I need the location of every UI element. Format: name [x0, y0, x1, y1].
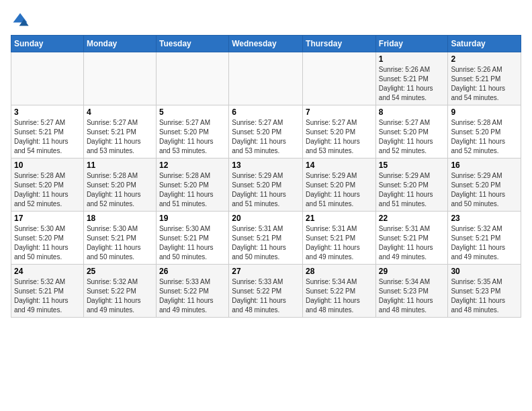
- day-info: Sunrise: 5:28 AM Sunset: 5:20 PM Dayligh…: [14, 171, 81, 209]
- day-cell: 19Sunrise: 5:30 AM Sunset: 5:21 PM Dayli…: [156, 212, 228, 265]
- col-thursday: Thursday: [303, 36, 376, 52]
- day-info: Sunrise: 5:27 AM Sunset: 5:20 PM Dayligh…: [306, 118, 373, 156]
- day-info: Sunrise: 5:27 AM Sunset: 5:20 PM Dayligh…: [159, 118, 226, 156]
- week-row-2: 3Sunrise: 5:27 AM Sunset: 5:21 PM Daylig…: [11, 105, 521, 158]
- day-info: Sunrise: 5:29 AM Sunset: 5:20 PM Dayligh…: [232, 171, 300, 209]
- calendar-header: Sunday Monday Tuesday Wednesday Thursday…: [11, 36, 521, 52]
- day-info: Sunrise: 5:35 AM Sunset: 5:23 PM Dayligh…: [451, 277, 518, 315]
- day-cell: 11Sunrise: 5:28 AM Sunset: 5:20 PM Dayli…: [83, 158, 156, 212]
- day-info: Sunrise: 5:31 AM Sunset: 5:21 PM Dayligh…: [379, 224, 445, 262]
- day-info: Sunrise: 5:34 AM Sunset: 5:22 PM Dayligh…: [306, 277, 373, 315]
- day-number: 12: [159, 161, 226, 170]
- day-cell: 30Sunrise: 5:35 AM Sunset: 5:23 PM Dayli…: [448, 265, 521, 318]
- day-number: 9: [451, 107, 518, 117]
- day-info: Sunrise: 5:30 AM Sunset: 5:21 PM Dayligh…: [87, 224, 153, 262]
- day-number: 4: [87, 107, 153, 117]
- day-info: Sunrise: 5:30 AM Sunset: 5:20 PM Dayligh…: [14, 224, 81, 262]
- day-number: 24: [14, 267, 81, 276]
- day-number: 22: [379, 214, 445, 223]
- day-number: 28: [306, 267, 373, 276]
- day-number: 19: [159, 214, 226, 223]
- day-info: Sunrise: 5:31 AM Sunset: 5:21 PM Dayligh…: [306, 224, 373, 262]
- day-cell: 22Sunrise: 5:31 AM Sunset: 5:21 PM Dayli…: [375, 212, 448, 265]
- day-cell: 8Sunrise: 5:27 AM Sunset: 5:20 PM Daylig…: [375, 105, 448, 158]
- day-number: 18: [87, 214, 153, 223]
- day-cell: [303, 52, 376, 105]
- col-friday: Friday: [375, 36, 448, 52]
- day-cell: 28Sunrise: 5:34 AM Sunset: 5:22 PM Dayli…: [303, 265, 376, 318]
- day-info: Sunrise: 5:32 AM Sunset: 5:21 PM Dayligh…: [451, 224, 518, 262]
- day-info: Sunrise: 5:26 AM Sunset: 5:21 PM Dayligh…: [451, 65, 518, 103]
- day-number: 26: [159, 267, 226, 276]
- week-row-4: 17Sunrise: 5:30 AM Sunset: 5:20 PM Dayli…: [11, 212, 521, 265]
- day-number: 11: [87, 161, 153, 170]
- day-cell: 20Sunrise: 5:31 AM Sunset: 5:21 PM Dayli…: [229, 212, 303, 265]
- day-info: Sunrise: 5:32 AM Sunset: 5:21 PM Dayligh…: [14, 277, 81, 315]
- day-number: 10: [14, 161, 81, 170]
- logo: [11, 11, 32, 30]
- day-cell: 17Sunrise: 5:30 AM Sunset: 5:20 PM Dayli…: [11, 212, 84, 265]
- day-cell: 14Sunrise: 5:29 AM Sunset: 5:20 PM Dayli…: [303, 158, 376, 212]
- day-info: Sunrise: 5:32 AM Sunset: 5:22 PM Dayligh…: [87, 277, 153, 315]
- day-number: 25: [87, 267, 153, 276]
- day-number: 5: [159, 107, 226, 117]
- day-cell: [83, 52, 156, 105]
- col-monday: Monday: [83, 36, 156, 52]
- col-sunday: Sunday: [11, 36, 84, 52]
- day-cell: 23Sunrise: 5:32 AM Sunset: 5:21 PM Dayli…: [448, 212, 521, 265]
- week-row-5: 24Sunrise: 5:32 AM Sunset: 5:21 PM Dayli…: [11, 265, 521, 318]
- day-cell: [229, 52, 303, 105]
- day-cell: 15Sunrise: 5:29 AM Sunset: 5:20 PM Dayli…: [375, 158, 448, 212]
- day-cell: 18Sunrise: 5:30 AM Sunset: 5:21 PM Dayli…: [83, 212, 156, 265]
- day-info: Sunrise: 5:28 AM Sunset: 5:20 PM Dayligh…: [451, 118, 518, 156]
- day-number: 1: [379, 54, 445, 64]
- day-cell: 7Sunrise: 5:27 AM Sunset: 5:20 PM Daylig…: [303, 105, 376, 158]
- week-row-1: 1Sunrise: 5:26 AM Sunset: 5:21 PM Daylig…: [11, 52, 521, 105]
- day-cell: [11, 52, 84, 105]
- day-info: Sunrise: 5:31 AM Sunset: 5:21 PM Dayligh…: [232, 224, 300, 262]
- day-number: 27: [232, 267, 300, 276]
- day-info: Sunrise: 5:27 AM Sunset: 5:20 PM Dayligh…: [379, 118, 445, 156]
- day-cell: 2Sunrise: 5:26 AM Sunset: 5:21 PM Daylig…: [448, 52, 521, 105]
- day-cell: 1Sunrise: 5:26 AM Sunset: 5:21 PM Daylig…: [375, 52, 448, 105]
- day-number: 17: [14, 214, 81, 223]
- day-number: 13: [232, 161, 300, 170]
- day-number: 7: [306, 107, 373, 117]
- day-info: Sunrise: 5:26 AM Sunset: 5:21 PM Dayligh…: [379, 65, 445, 103]
- day-info: Sunrise: 5:28 AM Sunset: 5:20 PM Dayligh…: [87, 171, 153, 209]
- day-info: Sunrise: 5:27 AM Sunset: 5:21 PM Dayligh…: [14, 118, 81, 156]
- day-number: 2: [451, 54, 518, 64]
- day-number: 3: [14, 107, 81, 117]
- header-row: Sunday Monday Tuesday Wednesday Thursday…: [11, 36, 521, 52]
- day-cell: 5Sunrise: 5:27 AM Sunset: 5:20 PM Daylig…: [156, 105, 228, 158]
- calendar-body: 1Sunrise: 5:26 AM Sunset: 5:21 PM Daylig…: [11, 52, 521, 318]
- day-cell: 12Sunrise: 5:28 AM Sunset: 5:20 PM Dayli…: [156, 158, 228, 212]
- day-number: 15: [379, 161, 445, 170]
- day-info: Sunrise: 5:34 AM Sunset: 5:23 PM Dayligh…: [379, 277, 445, 315]
- day-cell: 16Sunrise: 5:29 AM Sunset: 5:20 PM Dayli…: [448, 158, 521, 212]
- day-number: 20: [232, 214, 300, 223]
- day-cell: 10Sunrise: 5:28 AM Sunset: 5:20 PM Dayli…: [11, 158, 84, 212]
- col-saturday: Saturday: [448, 36, 521, 52]
- day-number: 30: [451, 267, 518, 276]
- day-cell: 6Sunrise: 5:27 AM Sunset: 5:20 PM Daylig…: [229, 105, 303, 158]
- day-cell: [156, 52, 228, 105]
- day-cell: 26Sunrise: 5:33 AM Sunset: 5:22 PM Dayli…: [156, 265, 228, 318]
- day-number: 23: [451, 214, 518, 223]
- day-cell: 21Sunrise: 5:31 AM Sunset: 5:21 PM Dayli…: [303, 212, 376, 265]
- calendar-table: Sunday Monday Tuesday Wednesday Thursday…: [11, 35, 521, 318]
- day-cell: 25Sunrise: 5:32 AM Sunset: 5:22 PM Dayli…: [83, 265, 156, 318]
- day-info: Sunrise: 5:33 AM Sunset: 5:22 PM Dayligh…: [159, 277, 226, 315]
- day-info: Sunrise: 5:28 AM Sunset: 5:20 PM Dayligh…: [159, 171, 226, 209]
- day-cell: 4Sunrise: 5:27 AM Sunset: 5:21 PM Daylig…: [83, 105, 156, 158]
- day-cell: 9Sunrise: 5:28 AM Sunset: 5:20 PM Daylig…: [448, 105, 521, 158]
- day-info: Sunrise: 5:29 AM Sunset: 5:20 PM Dayligh…: [451, 171, 518, 209]
- day-cell: 3Sunrise: 5:27 AM Sunset: 5:21 PM Daylig…: [11, 105, 84, 158]
- page-header: [11, 11, 521, 30]
- day-number: 14: [306, 161, 373, 170]
- day-cell: 13Sunrise: 5:29 AM Sunset: 5:20 PM Dayli…: [229, 158, 303, 212]
- logo-icon: [11, 11, 30, 30]
- day-number: 16: [451, 161, 518, 170]
- day-cell: 27Sunrise: 5:33 AM Sunset: 5:22 PM Dayli…: [229, 265, 303, 318]
- day-number: 6: [232, 107, 300, 117]
